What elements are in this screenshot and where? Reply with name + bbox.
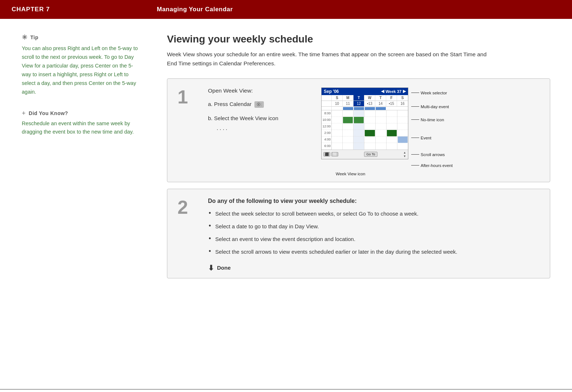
lbl-line-event bbox=[411, 138, 419, 138]
date-12: 12 bbox=[354, 101, 364, 106]
step1-inner: Open Week View: a. Press Calendar ⦿: b. … bbox=[208, 87, 540, 176]
cal-col-s1 bbox=[332, 110, 343, 150]
tip-text: You can also press Right and Left on the… bbox=[22, 44, 142, 97]
s1-r4 bbox=[332, 130, 342, 136]
day-header-t1: T bbox=[354, 95, 364, 101]
right-arrow-icon[interactable]: ▶ bbox=[403, 89, 406, 94]
lbl-text-multi-day: Multi-day event bbox=[421, 105, 449, 109]
s2-r6 bbox=[397, 143, 408, 150]
date-13: •13 bbox=[364, 101, 375, 106]
multi-day-s1 bbox=[332, 107, 343, 110]
date-16: 16 bbox=[397, 101, 408, 106]
cal-down-arrow[interactable]: ▼ bbox=[403, 155, 406, 158]
step2-heading: Do any of the following to view your wee… bbox=[208, 198, 540, 204]
plus-icon: + bbox=[22, 110, 26, 117]
left-arrow-icon[interactable]: ◀ bbox=[381, 89, 384, 94]
cal-week-label: ◀ Week 37 ▶ bbox=[381, 89, 406, 94]
main-content: Viewing your weekly schedule Week View s… bbox=[152, 33, 572, 382]
week-view-icon-mono: · · · · bbox=[217, 126, 227, 132]
calendar-icon: ⦿: bbox=[254, 101, 264, 108]
page-footer: Tungsten™ T5 Handheld 163 bbox=[0, 389, 572, 392]
chapter-label: CHAPTER 7 bbox=[12, 6, 157, 13]
bullet-4: Select the scroll arrows to view events … bbox=[208, 248, 540, 256]
s2-r2 bbox=[397, 117, 408, 123]
dyk-header: + Did You Know? bbox=[22, 110, 142, 117]
step1-sub-a: a. Press Calendar ⦿: bbox=[208, 99, 310, 109]
cal-times-col: 8:00 10:00 12:00 2:00 4:00 6:00 bbox=[322, 110, 332, 150]
day-header-f: F bbox=[386, 95, 397, 101]
section-intro: Week View shows your schedule for an ent… bbox=[167, 50, 494, 68]
cal-footer-icon2[interactable]: ⬜ bbox=[331, 152, 338, 156]
step1-content: Open Week View: a. Press Calendar ⦿: b. … bbox=[208, 87, 540, 176]
page-header: CHAPTER 7 Managing Your Calendar bbox=[0, 0, 572, 19]
lbl-text-after-hours: After-hours event bbox=[421, 163, 453, 168]
s1-r1 bbox=[332, 110, 342, 117]
f-r2 bbox=[387, 117, 397, 123]
cal-col-w bbox=[364, 110, 375, 150]
empty-date-corner bbox=[322, 101, 332, 106]
cal-footer-icon1[interactable]: ⬛ bbox=[323, 152, 330, 156]
week-view-icon-display: · · · · bbox=[217, 126, 310, 132]
lbl-multi-day: Multi-day event bbox=[411, 103, 453, 111]
step1-number: 1 bbox=[177, 87, 199, 106]
step2-header: 2 Do any of the following to view your w… bbox=[167, 189, 550, 278]
tip-header: ✳ Tip bbox=[22, 33, 142, 41]
s2-r4 bbox=[397, 130, 408, 136]
step1-sub-b: b. Select the Week View icon bbox=[208, 113, 310, 123]
t1-r2-event bbox=[354, 117, 364, 123]
cal-scroll-arrows[interactable]: ▲ ▼ bbox=[403, 151, 406, 158]
day-header-row: S M T W T F S bbox=[322, 95, 408, 101]
s1-r5 bbox=[332, 136, 342, 143]
bullet-2: Select a date to go to that day in Day V… bbox=[208, 222, 540, 230]
lbl-line-week-selector bbox=[411, 93, 419, 93]
cal-footer-icons: ⬛ ⬜ bbox=[323, 152, 338, 156]
week-number: Week 37 bbox=[385, 89, 401, 94]
sidebar: ✳ Tip You can also press Right and Left … bbox=[0, 33, 152, 382]
lbl-no-time: No-time icon bbox=[411, 116, 453, 124]
w-r6 bbox=[364, 143, 375, 150]
t1-r4 bbox=[354, 130, 364, 136]
t2-r1 bbox=[376, 110, 386, 117]
diagram-labels: Week selector Multi-day event No-time ic… bbox=[411, 87, 453, 170]
f-r5 bbox=[387, 136, 397, 143]
cal-goto-btn[interactable]: Go To bbox=[364, 152, 378, 157]
day-header-w: W bbox=[364, 95, 375, 101]
multi-day-corner bbox=[322, 107, 332, 110]
s1-r3 bbox=[332, 123, 342, 130]
page-title: Managing Your Calendar bbox=[157, 6, 233, 13]
m-r6 bbox=[343, 143, 353, 150]
cal-month-label: Sep '06 bbox=[324, 89, 339, 94]
step1-open-label: Open Week View: bbox=[208, 87, 310, 94]
day-header-m: M bbox=[343, 95, 354, 101]
done-block: ⬇ Done bbox=[208, 264, 540, 272]
t1-r6 bbox=[354, 143, 364, 150]
cal-body: 8:00 10:00 12:00 2:00 4:00 6:00 bbox=[322, 110, 408, 150]
done-arrow-icon: ⬇ bbox=[208, 264, 214, 272]
cal-col-s2 bbox=[397, 110, 408, 150]
s2-r3 bbox=[397, 123, 408, 130]
lbl-event: Event bbox=[411, 134, 453, 142]
lbl-line-multi-day bbox=[411, 106, 419, 107]
tip-star-icon: ✳ bbox=[22, 33, 28, 41]
time-600: 6:00 bbox=[322, 143, 331, 150]
lbl-line-no-time bbox=[411, 119, 419, 120]
multi-day-f bbox=[386, 107, 397, 110]
f-r4-event bbox=[387, 130, 397, 136]
m-r3 bbox=[343, 123, 353, 130]
date-11: 11 bbox=[343, 101, 354, 106]
multi-day-t2 bbox=[376, 107, 386, 110]
date-14: 14 bbox=[375, 101, 386, 106]
t2-r2 bbox=[376, 117, 386, 123]
lbl-after-hours: After-hours event bbox=[411, 162, 453, 170]
s1-r6 bbox=[332, 143, 342, 150]
cal-up-arrow[interactable]: ▲ bbox=[403, 151, 406, 154]
dyk-text: Reschedule an event within the same week… bbox=[22, 119, 142, 137]
step1-instructions: Open Week View: a. Press Calendar ⦿: b. … bbox=[208, 87, 310, 132]
w-r5 bbox=[364, 136, 375, 143]
cal-footer: ⬛ ⬜ Go To ▲ ▼ bbox=[322, 150, 408, 159]
day-header-s1: S bbox=[332, 95, 343, 101]
w-r4-event bbox=[365, 130, 375, 136]
multi-day-t1 bbox=[354, 107, 364, 110]
time-1000: 10:00 bbox=[322, 117, 331, 123]
lbl-text-event: Event bbox=[421, 136, 431, 140]
